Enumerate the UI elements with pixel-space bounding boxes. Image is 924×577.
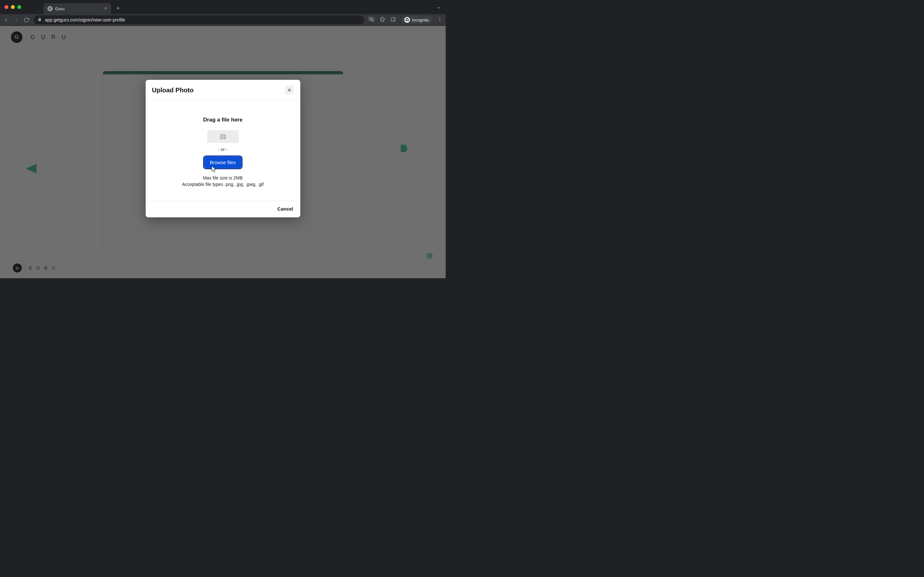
eye-off-icon[interactable]: [368, 16, 375, 23]
svg-rect-6: [407, 20, 408, 21]
upload-hints: Max file size is 2MB Acceptable file typ…: [182, 175, 264, 188]
modal-header: Upload Photo: [145, 80, 300, 100]
window-zoom-button[interactable]: [17, 5, 21, 9]
browser-tab[interactable]: G Guru ×: [44, 3, 111, 14]
upload-photo-modal: Upload Photo Drag a file here - or - Bro…: [145, 80, 300, 218]
close-icon: [287, 87, 292, 93]
app-viewport: G G U R U G G U R U Upload Photo Drag a …: [0, 26, 446, 278]
svg-point-7: [439, 17, 441, 18]
browser-toolbar: app.getguru.com/signin/new-user-profile …: [0, 14, 446, 26]
photo-placeholder: [207, 130, 239, 143]
url-text: app.getguru.com/signin/new-user-profile: [45, 17, 125, 23]
svg-point-9: [439, 20, 441, 21]
address-bar[interactable]: app.getguru.com/signin/new-user-profile: [34, 15, 364, 24]
window-minimize-button[interactable]: [11, 5, 15, 9]
modal-footer: Cancel: [145, 201, 300, 218]
cancel-button[interactable]: Cancel: [277, 206, 293, 211]
drag-file-heading: Drag a file here: [203, 117, 242, 123]
max-size-text: Max file size is 2MB: [182, 175, 264, 181]
kebab-menu-icon[interactable]: [437, 17, 443, 23]
back-button[interactable]: [3, 17, 9, 23]
reload-button[interactable]: [24, 17, 29, 23]
panel-icon[interactable]: [391, 17, 396, 23]
svg-point-8: [439, 19, 441, 20]
tab-favicon: G: [47, 6, 53, 11]
camera-icon: [220, 133, 226, 140]
svg-marker-1: [380, 17, 385, 21]
incognito-icon: [404, 17, 410, 23]
modal-body[interactable]: Drag a file here - or - Browse files Max…: [145, 100, 300, 201]
browser-tab-strip: G Guru × +: [0, 0, 446, 14]
macos-traffic-lights: [5, 5, 21, 9]
incognito-badge[interactable]: Incognito: [401, 16, 432, 24]
svg-rect-2: [391, 17, 395, 21]
toolbar-actions: Incognito: [368, 16, 443, 24]
bookmark-star-icon[interactable]: [380, 16, 385, 23]
modal-close-button[interactable]: [285, 85, 294, 95]
modal-title: Upload Photo: [152, 87, 194, 94]
file-types-text: Acceptable file types .png, .jpg, .jpeg,…: [182, 181, 264, 187]
lock-icon: [37, 17, 42, 23]
forward-button[interactable]: [13, 17, 19, 23]
tab-overflow-icon[interactable]: [437, 5, 441, 11]
or-separator-text: - or -: [218, 147, 228, 152]
new-tab-button[interactable]: +: [116, 5, 120, 12]
window-close-button[interactable]: [5, 5, 8, 9]
incognito-label: Incognito: [412, 18, 429, 23]
tab-close-icon[interactable]: ×: [104, 6, 107, 11]
tab-title: Guru: [55, 6, 65, 11]
browse-files-button[interactable]: Browse files: [204, 156, 242, 168]
